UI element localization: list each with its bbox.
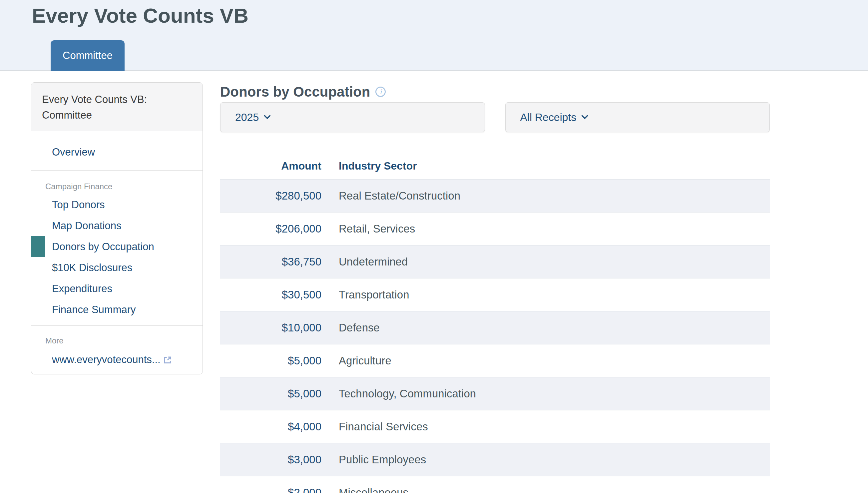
sidebar-item-top-donors[interactable]: Top Donors	[31, 194, 202, 215]
amount-cell[interactable]: $5,000	[220, 355, 321, 367]
column-header-industry-sector[interactable]: Industry Sector	[321, 160, 770, 172]
table-row: $5,000Agriculture	[220, 344, 770, 377]
info-icon[interactable]: i	[375, 87, 386, 97]
amount-cell[interactable]: $36,750	[220, 256, 321, 268]
finance-nav: Top DonorsMap DonationsDonors by Occupat…	[31, 194, 202, 320]
sidebar-item-donors-by-occupation[interactable]: Donors by Occupation	[31, 236, 202, 257]
sidebar-item-label: Top Donors	[52, 199, 105, 211]
filters-row: 2025 All Receipts	[220, 102, 770, 132]
table-row: $5,000Technology, Communication	[220, 377, 770, 410]
industry-sector-cell: Defense	[321, 321, 770, 334]
sidebar-item-overview[interactable]: Overview	[52, 146, 95, 158]
column-header-amount[interactable]: Amount	[220, 160, 321, 172]
sidebar-item-10k-disclosures[interactable]: $10K Disclosures	[31, 257, 202, 278]
sidebar-section-label-more: More	[45, 336, 202, 346]
year-filter-value: 2025	[235, 111, 259, 124]
table-row: $30,500Transportation	[220, 278, 770, 311]
amount-cell[interactable]: $30,500	[220, 288, 321, 301]
sidebar-item-map-donations[interactable]: Map Donations	[31, 215, 202, 236]
industry-sector-cell: Real Estate/Construction	[321, 190, 770, 202]
industry-sector-cell: Public Employees	[321, 453, 770, 466]
table-row: $206,000Retail, Services	[220, 212, 770, 245]
industry-sector-cell: Miscellaneous	[321, 486, 770, 493]
active-item-indicator	[31, 236, 45, 257]
sidebar-overview-section: Overview	[31, 131, 202, 171]
sidebar-item-finance-summary[interactable]: Finance Summary	[31, 299, 202, 320]
industry-sector-cell: Undetermined	[321, 256, 770, 268]
amount-cell[interactable]: $3,000	[220, 453, 321, 466]
donors-by-occupation-table: Amount Industry Sector $280,500Real Esta…	[220, 153, 770, 493]
table-row: $3,000Public Employees	[220, 443, 770, 476]
tab-committee[interactable]: Committee	[51, 40, 125, 71]
page-header: Every Vote Counts VB Committee	[0, 0, 868, 71]
receipts-filter-dropdown[interactable]: All Receipts	[505, 102, 770, 132]
table-row: $4,000Financial Services	[220, 410, 770, 443]
amount-cell[interactable]: $206,000	[220, 222, 321, 235]
sidebar-item-website[interactable]: www.everyvotecounts...	[52, 354, 160, 366]
amount-cell[interactable]: $2,000	[220, 486, 321, 493]
external-link-icon	[163, 356, 172, 364]
amount-cell[interactable]: $10,000	[220, 321, 321, 334]
sidebar-item-label: Finance Summary	[52, 304, 136, 316]
sidebar-item-label: Donors by Occupation	[52, 241, 154, 253]
year-filter-dropdown[interactable]: 2025	[220, 102, 485, 132]
chevron-down-icon	[264, 112, 271, 119]
sidebar-section-label-campaign-finance: Campaign Finance	[45, 181, 202, 192]
table-body: $280,500Real Estate/Construction$206,000…	[220, 179, 770, 493]
sidebar: Every Vote Counts VB: Committee Overview…	[31, 82, 203, 374]
receipts-filter-value: All Receipts	[520, 111, 577, 124]
sidebar-more-section: More www.everyvotecounts...	[31, 326, 202, 366]
industry-sector-cell: Financial Services	[321, 421, 770, 433]
sidebar-item-label: $10K Disclosures	[52, 262, 132, 274]
amount-cell[interactable]: $4,000	[220, 421, 321, 433]
table-row: $36,750Undetermined	[220, 245, 770, 278]
amount-cell[interactable]: $280,500	[220, 190, 321, 202]
sidebar-item-label: Map Donations	[52, 220, 122, 232]
industry-sector-cell: Agriculture	[321, 355, 770, 367]
sidebar-header: Every Vote Counts VB: Committee	[31, 83, 202, 131]
industry-sector-cell: Transportation	[321, 288, 770, 301]
chevron-down-icon	[581, 112, 588, 119]
sidebar-finance-section: Campaign Finance Top DonorsMap Donations…	[31, 171, 202, 326]
sidebar-item-expenditures[interactable]: Expenditures	[31, 278, 202, 299]
section-title: Donors by Occupation	[220, 84, 370, 100]
main-content: Donors by Occupation i 2025 All Receipts…	[220, 81, 770, 493]
page-title: Every Vote Counts VB	[32, 0, 248, 31]
industry-sector-cell: Retail, Services	[321, 222, 770, 235]
amount-cell[interactable]: $5,000	[220, 387, 321, 400]
table-header-row: Amount Industry Sector	[220, 153, 770, 179]
industry-sector-cell: Technology, Communication	[321, 387, 770, 400]
table-row: $10,000Defense	[220, 311, 770, 344]
table-row: $2,000Miscellaneous	[220, 476, 770, 493]
sidebar-item-label: Expenditures	[52, 283, 112, 295]
table-row: $280,500Real Estate/Construction	[220, 179, 770, 212]
